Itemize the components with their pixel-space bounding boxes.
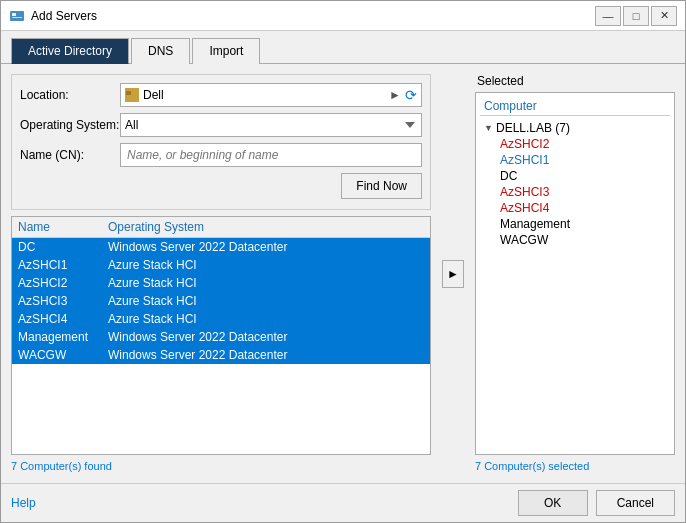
find-now-button[interactable]: Find Now [341, 173, 422, 199]
footer: Help OK Cancel [1, 483, 685, 522]
table-row[interactable]: AzSHCI4 Azure Stack HCI [12, 310, 430, 328]
cell-name: AzSHCI2 [18, 276, 108, 290]
results-header: Name Operating System [12, 217, 430, 238]
selected-section-label: Selected [475, 74, 675, 88]
location-field: Dell ► ⟳ [120, 83, 422, 107]
selected-col-header: Computer [480, 97, 670, 116]
table-row[interactable]: DC Windows Server 2022 Datacenter [12, 238, 430, 256]
table-row[interactable]: WACGW Windows Server 2022 Datacenter [12, 346, 430, 364]
name-row: Name (CN): [20, 143, 422, 167]
transfer-col: ► [441, 74, 465, 473]
content-area: Active Directory DNS Import Location: [1, 31, 685, 522]
os-select[interactable]: All [120, 113, 422, 137]
selected-items: AzSHCI2AzSHCI1DCAzSHCI3AzSHCI4Management… [480, 136, 670, 248]
results-status-row: 7 Computer(s) found [11, 455, 431, 473]
os-field: All [120, 113, 422, 137]
triangle-icon: ▼ [484, 123, 494, 133]
refresh-icon[interactable]: ⟳ [405, 87, 417, 103]
location-arrow: ► [389, 88, 401, 102]
table-row[interactable]: AzSHCI1 Azure Stack HCI [12, 256, 430, 274]
cell-os: Azure Stack HCI [108, 276, 424, 290]
minimize-button[interactable]: — [595, 6, 621, 26]
cell-os: Windows Server 2022 Datacenter [108, 348, 424, 362]
ok-button[interactable]: OK [518, 490, 588, 516]
close-button[interactable]: ✕ [651, 6, 677, 26]
panels: Location: Dell ► [1, 64, 685, 483]
cell-os: Azure Stack HCI [108, 312, 424, 326]
selected-status-row: 7 Computer(s) selected [475, 455, 675, 473]
results-status: 7 Computer(s) found [11, 460, 112, 472]
tab-bar: Active Directory DNS Import [1, 31, 685, 64]
cell-os: Azure Stack HCI [108, 258, 424, 272]
cell-name: Management [18, 330, 108, 344]
location-row: Location: Dell ► [20, 83, 422, 107]
left-panel: Location: Dell ► [11, 74, 431, 473]
tab-dns[interactable]: DNS [131, 38, 190, 64]
list-item[interactable]: WACGW [480, 232, 670, 248]
list-item[interactable]: AzSHCI3 [480, 184, 670, 200]
os-label: Operating System: [20, 118, 120, 132]
results-list: DC Windows Server 2022 Datacenter AzSHCI… [12, 238, 430, 454]
table-row[interactable]: AzSHCI2 Azure Stack HCI [12, 274, 430, 292]
list-item[interactable]: AzSHCI4 [480, 200, 670, 216]
cell-os: Azure Stack HCI [108, 294, 424, 308]
window-controls: — □ ✕ [595, 6, 677, 26]
col-name-header: Name [18, 220, 108, 234]
maximize-button[interactable]: □ [623, 6, 649, 26]
svg-rect-4 [126, 91, 131, 95]
list-item[interactable]: Management [480, 216, 670, 232]
cell-name: AzSHCI3 [18, 294, 108, 308]
list-item[interactable]: AzSHCI2 [480, 136, 670, 152]
form-section: Location: Dell ► [11, 74, 431, 210]
selected-group-name: DELL.LAB (7) [496, 121, 570, 135]
table-row[interactable]: Management Windows Server 2022 Datacente… [12, 328, 430, 346]
selected-group: ▼ DELL.LAB (7) AzSHCI2AzSHCI1DCAzSHCI3Az… [480, 120, 670, 248]
os-row: Operating System: All [20, 113, 422, 137]
location-icon [125, 88, 139, 102]
window-title: Add Servers [31, 9, 595, 23]
selected-group-header[interactable]: ▼ DELL.LAB (7) [480, 120, 670, 136]
selected-box: Computer ▼ DELL.LAB (7) AzSHCI2AzSHCI1DC… [475, 92, 675, 455]
title-bar: Add Servers — □ ✕ [1, 1, 685, 31]
name-input[interactable] [120, 143, 422, 167]
selected-status: 7 Computer(s) selected [475, 460, 589, 472]
window-icon [9, 8, 25, 24]
table-row[interactable]: AzSHCI3 Azure Stack HCI [12, 292, 430, 310]
cell-os: Windows Server 2022 Datacenter [108, 330, 424, 344]
col-os-header: Operating System [108, 220, 424, 234]
list-item[interactable]: DC [480, 168, 670, 184]
svg-rect-1 [12, 13, 16, 16]
add-servers-window: Add Servers — □ ✕ Active Directory DNS I… [0, 0, 686, 523]
cell-name: DC [18, 240, 108, 254]
cell-name: WACGW [18, 348, 108, 362]
cell-os: Windows Server 2022 Datacenter [108, 240, 424, 254]
results-section: Name Operating System DC Windows Server … [11, 216, 431, 455]
svg-rect-2 [12, 17, 22, 18]
cancel-button[interactable]: Cancel [596, 490, 675, 516]
right-panel: Selected Computer ▼ DELL.LAB (7) AzSHCI2… [475, 74, 675, 473]
tab-active-directory[interactable]: Active Directory [11, 38, 129, 64]
footer-buttons: OK Cancel [518, 490, 675, 516]
list-item[interactable]: AzSHCI1 [480, 152, 670, 168]
find-now-row: Find Now [20, 173, 422, 199]
location-label: Location: [20, 88, 120, 102]
location-box[interactable]: Dell ► ⟳ [120, 83, 422, 107]
location-text: Dell [143, 88, 385, 102]
name-field [120, 143, 422, 167]
transfer-button[interactable]: ► [442, 260, 464, 288]
name-label: Name (CN): [20, 148, 120, 162]
help-link[interactable]: Help [11, 496, 36, 510]
cell-name: AzSHCI1 [18, 258, 108, 272]
svg-rect-0 [10, 11, 24, 21]
cell-name: AzSHCI4 [18, 312, 108, 326]
tab-import[interactable]: Import [192, 38, 260, 64]
